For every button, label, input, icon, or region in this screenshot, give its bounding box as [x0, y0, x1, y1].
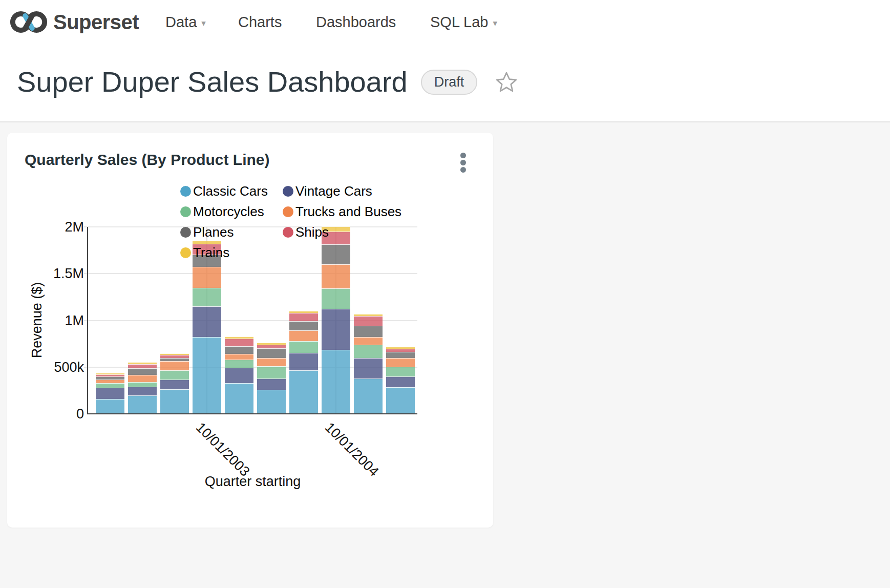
bar-segment-trucks-and-buses[interactable] — [354, 337, 383, 345]
bar-segment-vintage-cars[interactable] — [128, 387, 157, 395]
y-axis-line — [87, 227, 88, 414]
bar-segment-motorcycles[interactable] — [193, 288, 221, 306]
legend-label: Motorcycles — [193, 204, 264, 220]
bar-segment-vintage-cars[interactable] — [386, 376, 415, 387]
stacked-bar-01/01/2003[interactable] — [96, 373, 124, 414]
bar-segment-motorcycles[interactable] — [354, 345, 383, 358]
bar-segment-planes[interactable] — [257, 348, 286, 358]
superset-logo[interactable]: Superset — [9, 6, 139, 38]
bar-segment-planes[interactable] — [386, 352, 415, 358]
bar-segment-trucks-and-buses[interactable] — [322, 264, 350, 288]
bar-segment-motorcycles[interactable] — [96, 383, 124, 388]
legend-label: Trucks and Buses — [295, 204, 401, 220]
bar-segment-vintage-cars[interactable] — [257, 379, 286, 390]
bar-segment-motorcycles[interactable] — [257, 366, 286, 379]
bar-segment-ships[interactable] — [257, 345, 286, 348]
bar-segment-classic-cars[interactable] — [289, 370, 318, 414]
chart-legend: Classic CarsVintage CarsMotorcyclesTruck… — [180, 181, 401, 263]
legend-color-dot — [180, 227, 191, 238]
legend-color-dot — [283, 206, 293, 217]
stacked-bar-01/01/2004[interactable] — [225, 337, 253, 414]
bar-segment-planes[interactable] — [354, 326, 383, 337]
legend-color-dot — [180, 206, 191, 217]
bar-segment-motorcycles[interactable] — [386, 367, 415, 376]
bar-segment-motorcycles[interactable] — [322, 288, 350, 309]
stacked-bar-04/01/2005[interactable] — [386, 347, 415, 414]
brand-name: Superset — [53, 11, 139, 34]
bar-segment-ships[interactable] — [128, 364, 157, 368]
bar-segment-classic-cars[interactable] — [225, 383, 253, 414]
nav-item-sql-lab[interactable]: SQL Lab▾ — [430, 0, 497, 44]
legend-item-planes[interactable]: Planes — [180, 222, 283, 242]
bar-segment-vintage-cars[interactable] — [96, 388, 124, 399]
bar-segment-classic-cars[interactable] — [96, 399, 124, 414]
bar-segment-planes[interactable] — [289, 321, 318, 330]
bar-segment-classic-cars[interactable] — [322, 350, 350, 414]
nav-item-dashboards[interactable]: Dashboards — [316, 0, 396, 44]
legend-item-ships[interactable]: Ships — [283, 222, 401, 242]
nav-item-charts[interactable]: Charts — [238, 0, 282, 44]
stacked-bar-07/01/2004[interactable] — [289, 311, 318, 414]
app-header: Superset Data▾ChartsDashboardsSQL Lab▾ S… — [0, 0, 890, 122]
legend-label: Vintage Cars — [295, 183, 372, 199]
navbar: Superset Data▾ChartsDashboardsSQL Lab▾ — [0, 0, 890, 44]
bar-segment-vintage-cars[interactable] — [225, 368, 253, 383]
bar-segment-ships[interactable] — [354, 316, 383, 326]
bar-segment-planes[interactable] — [128, 368, 157, 375]
nav-item-data[interactable]: Data▾ — [165, 0, 206, 44]
bar-segment-motorcycles[interactable] — [225, 360, 253, 368]
bar-segment-vintage-cars[interactable] — [160, 380, 189, 389]
page-title: Super Duper Sales Dashboard — [17, 64, 408, 100]
bar-segment-vintage-cars[interactable] — [322, 309, 350, 350]
chevron-down-icon: ▾ — [493, 18, 497, 29]
bar-segment-classic-cars[interactable] — [354, 379, 383, 414]
bar-segment-trucks-and-buses[interactable] — [128, 375, 157, 382]
legend-item-vintage-cars[interactable]: Vintage Cars — [283, 181, 401, 201]
status-badge: Draft — [421, 70, 478, 95]
x-tick-label: 10/01/2003 — [193, 419, 252, 479]
bar-segment-classic-cars[interactable] — [386, 387, 415, 414]
bar-segment-vintage-cars[interactable] — [193, 306, 221, 337]
bar-segment-trucks-and-buses[interactable] — [96, 380, 124, 383]
bar-segment-trucks-and-buses[interactable] — [193, 267, 221, 288]
legend-item-trucks-and-buses[interactable]: Trucks and Buses — [283, 201, 401, 222]
legend-label: Classic Cars — [193, 183, 268, 199]
stacked-bar-04/01/2003[interactable] — [128, 362, 157, 414]
bar-segment-ships[interactable] — [289, 313, 318, 321]
bar-segment-ships[interactable] — [225, 339, 253, 346]
bar-segment-classic-cars[interactable] — [257, 390, 286, 414]
stacked-bar-01/01/2005[interactable] — [354, 314, 383, 414]
legend-item-trains[interactable]: Trains — [180, 242, 283, 263]
bar-segment-classic-cars[interactable] — [128, 395, 157, 414]
chevron-down-icon: ▾ — [201, 18, 206, 29]
legend-item-classic-cars[interactable]: Classic Cars — [180, 181, 283, 201]
bar-segment-vintage-cars[interactable] — [289, 353, 318, 370]
infinity-logo-icon — [9, 8, 48, 36]
bar-segment-planes[interactable] — [225, 346, 253, 354]
bar-segment-trucks-and-buses[interactable] — [225, 354, 253, 360]
bar-segment-trucks-and-buses[interactable] — [289, 330, 318, 341]
bar-segment-motorcycles[interactable] — [160, 370, 189, 380]
stacked-bar-07/01/2003[interactable] — [160, 353, 189, 414]
legend-label: Planes — [193, 224, 234, 240]
legend-color-dot — [180, 247, 191, 258]
y-gridline — [84, 273, 417, 274]
legend-item-motorcycles[interactable]: Motorcycles — [180, 201, 283, 222]
bar-segment-classic-cars[interactable] — [193, 337, 221, 414]
plot-area: Revenue ($) Quarter starting Classic Car… — [7, 133, 493, 528]
y-tick-label: 2M — [28, 219, 84, 235]
bar-segment-classic-cars[interactable] — [160, 389, 189, 414]
bar-segment-trucks-and-buses[interactable] — [386, 358, 415, 367]
legend-color-dot — [283, 186, 293, 197]
bar-segment-trucks-and-buses[interactable] — [257, 358, 286, 366]
favorite-star-icon[interactable] — [496, 71, 517, 93]
y-tick-label: 500k — [28, 359, 84, 375]
bar-segment-motorcycles[interactable] — [128, 382, 157, 387]
bar-segment-motorcycles[interactable] — [289, 341, 318, 353]
dashboard-title-row: Super Duper Sales Dashboard Draft — [17, 64, 517, 100]
bar-segment-trucks-and-buses[interactable] — [160, 361, 189, 370]
stacked-bar-04/01/2004[interactable] — [257, 343, 286, 414]
stacked-bar-10/01/2003[interactable] — [193, 241, 221, 414]
bar-segment-vintage-cars[interactable] — [354, 358, 383, 379]
legend-label: Trains — [193, 245, 229, 261]
